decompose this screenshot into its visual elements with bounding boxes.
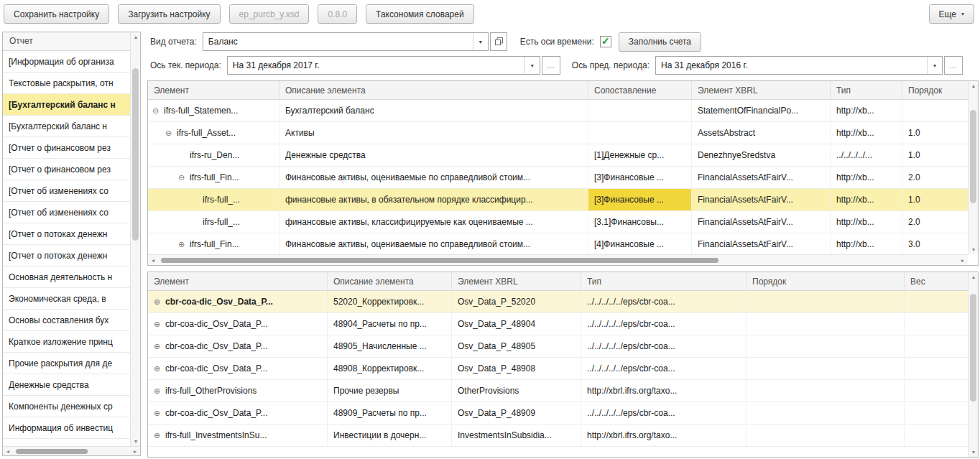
column-header-xbrl-element[interactable]: Элемент XBRL (692, 81, 831, 99)
description-cell[interactable]: 48909_Расчеты по пр... (328, 402, 452, 424)
tree-expander-icon[interactable]: ⊖ (152, 106, 164, 116)
sidebar-horizontal-scrollbar[interactable]: ◂ ▸ (3, 446, 140, 455)
description-cell[interactable]: финансовые активы, в обязательном порядк… (279, 189, 588, 210)
description-cell[interactable]: Прочие резервы (328, 380, 452, 402)
order-cell[interactable] (746, 380, 905, 402)
sidebar-report-item[interactable]: Информация об инвестиц (3, 417, 130, 439)
sidebar-vertical-scroll-thumb[interactable] (132, 68, 139, 241)
column-header-type[interactable]: Тип (581, 272, 746, 290)
element-cell[interactable]: ⊖ ifrs-full_Statemen... (148, 100, 279, 121)
weight-cell[interactable] (905, 402, 968, 424)
sidebar-report-item[interactable]: [Отчет об изменениях со (3, 180, 130, 202)
column-header-weight[interactable]: Вес (905, 272, 968, 290)
type-cell[interactable]: http://xb... (831, 189, 902, 210)
scroll-down-icon[interactable]: ▾ (131, 437, 141, 446)
order-cell[interactable] (746, 291, 905, 312)
sidebar-report-item[interactable]: Денежные средства (3, 374, 130, 396)
column-header-order[interactable]: Порядок (902, 81, 968, 99)
tree-expander-icon[interactable]: ⊕ (154, 342, 165, 351)
save-settings-button[interactable]: Сохранить настройку (4, 4, 109, 24)
element-cell[interactable]: ⊕ cbr-coa-dic_Osv_Data_P... (148, 313, 328, 335)
element-cell[interactable]: ⊖ ifrs-full_Fin... (148, 167, 279, 188)
weight-cell[interactable] (905, 380, 968, 402)
mapping-cell[interactable] (588, 100, 692, 121)
order-cell[interactable]: 3.0 (902, 233, 968, 255)
element-cell[interactable]: ⊕ cbr-coa-dic_Osv_Data_P... (148, 291, 328, 312)
order-cell[interactable]: 2.0 (902, 167, 968, 188)
xbrl-element-cell[interactable]: Osv_Data_P_48905 (452, 335, 581, 357)
type-cell[interactable]: http://xb... (831, 100, 902, 121)
tree-expander-icon[interactable]: ⊕ (154, 297, 165, 307)
sidebar-report-item[interactable]: [Отчет о финансовом рез (3, 159, 130, 180)
previous-period-axis-combobox[interactable]: На 31 декабря 2016 г. ▾ (655, 56, 943, 75)
mapping-cell[interactable]: [3]Финансовые ... (588, 189, 692, 210)
order-cell[interactable]: 1.0 (902, 144, 968, 166)
order-cell[interactable]: 1.0 (902, 189, 968, 210)
weight-cell[interactable] (905, 358, 968, 379)
load-settings-button[interactable]: Загрузить настройку (118, 4, 220, 24)
scroll-down-icon[interactable]: ▾ (969, 448, 979, 457)
mapping-cell[interactable]: [3.1]Финансовы... (588, 211, 692, 233)
sidebar-report-item[interactable]: [Отчет о финансовом рез (3, 137, 130, 159)
current-period-ellipsis-button[interactable]: ... (542, 56, 560, 75)
column-header-element[interactable]: Элемент (148, 81, 279, 99)
column-header-mapping[interactable]: Сопоставление (588, 81, 692, 99)
report-list-header[interactable]: Отчет (3, 32, 140, 51)
type-cell[interactable]: ../../../../../eps/cbr-coa... (581, 335, 746, 357)
scroll-left-icon[interactable]: ◂ (3, 447, 13, 456)
type-cell[interactable]: ../../../../../eps/cbr-coa... (581, 313, 746, 335)
type-cell[interactable]: http://xbrl.ifrs.org/taxo... (581, 380, 746, 402)
type-cell[interactable]: http://xb... (831, 211, 902, 233)
element-cell[interactable]: ifrs-full_... (148, 211, 279, 233)
element-cell[interactable]: ⊕ ifrs-full_InvestmentsInSu... (148, 425, 328, 446)
mapping-table-vertical-scroll-thumb[interactable] (970, 110, 976, 203)
sidebar-vertical-scrollbar[interactable]: ▴ ▾ (130, 32, 140, 446)
xbrl-element-cell[interactable]: FinancialAssetsAtFairV... (692, 233, 831, 255)
element-cell[interactable]: ⊕ cbr-coa-dic_Osv_Data_P... (148, 358, 328, 379)
type-cell[interactable]: ../../../../../eps/cbr-coa... (581, 358, 746, 379)
scroll-left-icon[interactable]: ◂ (148, 255, 158, 266)
element-cell[interactable]: ⊕ cbr-coa-dic_Osv_Data_P... (148, 335, 328, 357)
weight-cell[interactable] (905, 313, 968, 335)
combo-dropdown-icon[interactable]: ▾ (473, 33, 488, 50)
open-report-form-button[interactable] (490, 32, 507, 51)
column-header-description[interactable]: Описание элемента (279, 81, 588, 99)
sidebar-report-item[interactable]: [Информация об организа (3, 51, 130, 73)
type-cell[interactable]: http://xbrl.ifrs.org/taxo... (581, 425, 746, 446)
description-cell[interactable]: 52020_Корректировк... (328, 291, 452, 312)
order-cell[interactable]: 1.0 (902, 122, 968, 144)
sidebar-report-item[interactable]: [Бухгалтерский баланс н (3, 94, 130, 116)
order-cell[interactable]: 2.0 (902, 211, 968, 233)
scroll-right-icon[interactable]: ▸ (130, 447, 140, 456)
current-period-axis-combobox[interactable]: На 31 декабря 2017 г. ▾ (227, 56, 540, 75)
sidebar-report-item[interactable]: Основы составления бух (3, 310, 130, 331)
sidebar-report-item[interactable]: Компоненты денежных ср (3, 396, 130, 417)
element-cell[interactable]: ifrs-ru_Den... (148, 144, 279, 166)
previous-period-ellipsis-button[interactable]: ... (944, 56, 963, 75)
sidebar-report-item[interactable]: [Отчет о потоках денежн (3, 245, 130, 266)
sidebar-report-item[interactable]: Краткое изложение принц (3, 331, 130, 353)
tree-expander-icon[interactable]: ⊖ (178, 173, 190, 182)
element-cell[interactable]: ⊕ ifrs-full_Fin... (148, 233, 279, 255)
tree-expander-icon[interactable]: ⊕ (178, 240, 190, 249)
column-header-order[interactable]: Порядок (746, 272, 905, 290)
type-cell[interactable]: ../../../../../eps/cbr-coa... (581, 402, 746, 424)
order-cell[interactable] (746, 402, 905, 424)
scroll-up-icon[interactable]: ▴ (969, 81, 979, 91)
element-cell[interactable]: ifrs-full_... (148, 189, 279, 210)
dictionary-table-vertical-scroll-thumb[interactable] (970, 294, 976, 402)
mapping-table-horizontal-scrollbar[interactable]: ◂ ▸ (148, 254, 968, 265)
weight-cell[interactable] (905, 291, 968, 312)
xbrl-element-cell[interactable]: InvestmentsInSubsidia... (452, 425, 581, 446)
fill-accounts-button[interactable]: Заполниь счета (619, 32, 701, 52)
description-cell[interactable]: Денежные средства (279, 144, 588, 166)
xbrl-element-cell[interactable]: AssetsAbstract (692, 122, 831, 144)
scroll-up-icon[interactable]: ▴ (131, 32, 141, 42)
xbrl-element-cell[interactable]: OtherProvisions (452, 380, 581, 402)
tree-expander-icon[interactable]: ⊕ (154, 409, 165, 418)
dictionary-taxonomy-button[interactable]: Таксономия словарей (366, 4, 474, 24)
scroll-down-icon[interactable]: ▾ (969, 245, 979, 254)
element-cell[interactable]: ⊕ cbr-coa-dic_Osv_Data_P... (148, 402, 328, 424)
description-cell[interactable]: Бухгалтерский баланс (279, 100, 588, 121)
description-cell[interactable]: 48908_Корректировк... (328, 358, 452, 379)
